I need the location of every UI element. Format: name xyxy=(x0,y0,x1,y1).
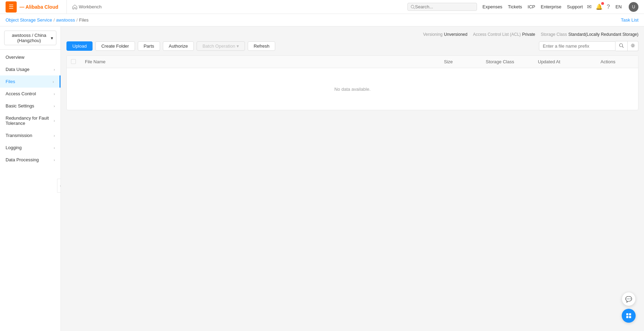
batch-operation-button[interactable]: Batch Operation ▾ xyxy=(197,41,245,51)
nav-icons: ✉ 🔔 ? EN U xyxy=(587,2,638,12)
svg-rect-8 xyxy=(629,316,631,318)
sidebar-item-files[interactable]: Files › xyxy=(0,75,61,88)
global-search-input[interactable] xyxy=(415,4,474,9)
chevron-right-icon: › xyxy=(54,92,55,96)
top-navigation: ☰ — Alibaba Cloud Workbench Expenses Tic… xyxy=(0,0,644,14)
sidebar-item-redundancy[interactable]: Redundancy for Fault Tolerance › xyxy=(0,112,61,129)
authorize-button[interactable]: Authorize xyxy=(163,41,194,51)
header-checkbox-cell xyxy=(67,59,81,64)
logo-text: — Alibaba Cloud xyxy=(19,4,58,10)
acl-label: Access Control List (ACL) xyxy=(473,32,520,37)
parts-button[interactable]: Parts xyxy=(138,41,160,51)
grid-menu-button[interactable] xyxy=(622,309,636,323)
storage-class-value: Standard(Locally Redundant Storage) xyxy=(569,32,638,37)
file-table: File Name Size Storage Class Updated At … xyxy=(66,55,638,110)
sidebar-collapse-button[interactable]: ‹ xyxy=(57,179,61,193)
breadcrumb: Object Storage Service / awstooss / File… xyxy=(6,17,89,23)
toolbar: Upload Create Folder Parts Authorize Bat… xyxy=(66,41,638,51)
acl-info: Access Control List (ACL) Private xyxy=(473,32,535,37)
sidebar-item-data-processing[interactable]: Data Processing › xyxy=(0,154,61,166)
svg-point-4 xyxy=(632,45,634,47)
svg-rect-6 xyxy=(629,313,631,315)
content-area: Versioning Unversioned Access Control Li… xyxy=(61,26,644,331)
header-actions: Actions xyxy=(596,59,638,64)
file-search-input[interactable] xyxy=(539,41,615,51)
versioning-value: Unversioned xyxy=(444,32,467,37)
header-storage-class: Storage Class xyxy=(482,59,534,64)
acl-value: Private xyxy=(522,32,535,37)
user-avatar[interactable]: U xyxy=(629,2,638,12)
sidebar-menu: Overview Data Usage › Files › Access Con… xyxy=(0,50,61,167)
breadcrumb-bar: Object Storage Service / awstooss / File… xyxy=(0,14,644,26)
refresh-button[interactable]: Refresh xyxy=(248,41,276,51)
mail-icon[interactable]: ✉ xyxy=(587,3,591,10)
bucket-info-bar: Versioning Unversioned Access Control Li… xyxy=(66,32,638,37)
hamburger-menu[interactable]: ☰ xyxy=(6,1,17,13)
header-updated-at: Updated At xyxy=(534,59,596,64)
create-folder-label: Create Folder xyxy=(101,43,129,49)
global-search[interactable] xyxy=(407,3,477,11)
sidebar-label-transmission: Transmission xyxy=(6,133,54,138)
svg-rect-7 xyxy=(626,316,628,318)
breadcrumb-sep-1: / xyxy=(54,17,55,23)
sidebar-item-logging[interactable]: Logging › xyxy=(0,142,61,154)
bucket-select-label: awstooss / China (Hangzhou) xyxy=(7,33,51,43)
upload-label: Upload xyxy=(72,43,87,49)
hamburger-icon: ☰ xyxy=(9,3,14,10)
bucket-select-button[interactable]: awstooss / China (Hangzhou) ▾ xyxy=(4,31,56,45)
sidebar-label-files: Files xyxy=(6,79,53,84)
sidebar: awstooss / China (Hangzhou) ▾ Overview D… xyxy=(0,26,61,331)
parts-label: Parts xyxy=(144,43,154,49)
sidebar-label-logging: Logging xyxy=(6,145,54,150)
chevron-right-icon: › xyxy=(54,119,55,123)
logo: — Alibaba Cloud xyxy=(19,4,58,10)
breadcrumb-bucket[interactable]: awstooss xyxy=(56,17,75,23)
floating-buttons: 💬 xyxy=(622,292,636,323)
breadcrumb-oss[interactable]: Object Storage Service xyxy=(6,17,52,23)
workbench-section[interactable]: Workbench xyxy=(66,0,102,14)
file-search-settings-button[interactable] xyxy=(628,41,638,51)
bell-icon[interactable]: 🔔 xyxy=(596,3,603,10)
home-icon xyxy=(72,5,77,9)
support-link[interactable]: Support xyxy=(567,4,583,9)
task-list-link[interactable]: Task List xyxy=(621,17,638,23)
breadcrumb-current: Files xyxy=(79,17,88,23)
search-icon xyxy=(619,43,624,48)
tickets-link[interactable]: Tickets xyxy=(508,4,522,9)
grid-icon xyxy=(626,313,632,319)
question-icon[interactable]: ? xyxy=(607,4,610,10)
settings-icon xyxy=(630,43,635,48)
chevron-right-icon: › xyxy=(54,134,55,138)
sidebar-item-data-usage[interactable]: Data Usage › xyxy=(0,63,61,75)
workbench-label: Workbench xyxy=(79,4,102,9)
sidebar-label-redundancy: Redundancy for Fault Tolerance xyxy=(6,115,54,126)
svg-line-1 xyxy=(414,8,415,9)
sidebar-item-transmission[interactable]: Transmission › xyxy=(0,129,61,142)
nav-links: Expenses Tickets ICP Enterprise Support xyxy=(483,4,583,9)
storage-class-info: Storage Class Standard(Locally Redundant… xyxy=(541,32,638,37)
authorize-label: Authorize xyxy=(169,43,188,49)
search-icon xyxy=(411,5,415,9)
sidebar-item-access-control[interactable]: Access Control › xyxy=(0,88,61,100)
upload-button[interactable]: Upload xyxy=(66,41,93,51)
versioning-info: Versioning Unversioned xyxy=(423,32,467,37)
expenses-link[interactable]: Expenses xyxy=(483,4,502,9)
bucket-selector: awstooss / China (Hangzhou) ▾ xyxy=(0,26,61,50)
select-all-checkbox[interactable] xyxy=(71,59,76,64)
sidebar-label-data-usage: Data Usage xyxy=(6,67,54,72)
chevron-right-icon: › xyxy=(54,146,55,150)
enterprise-link[interactable]: Enterprise xyxy=(541,4,561,9)
create-folder-button[interactable]: Create Folder xyxy=(95,41,135,51)
sidebar-label-data-processing: Data Processing xyxy=(6,157,54,162)
message-icon: 💬 xyxy=(625,296,632,302)
language-selector[interactable]: EN xyxy=(615,4,622,9)
chevron-right-icon: › xyxy=(53,80,54,84)
feedback-button[interactable]: 💬 xyxy=(622,292,636,306)
sidebar-item-basic-settings[interactable]: Basic Settings › xyxy=(0,100,61,112)
chevron-right-icon: › xyxy=(54,67,55,72)
icp-link[interactable]: ICP xyxy=(528,4,535,9)
file-search-button[interactable] xyxy=(615,41,628,51)
sidebar-item-overview[interactable]: Overview xyxy=(0,51,61,63)
sidebar-label-basic-settings: Basic Settings xyxy=(6,103,54,108)
table-header: File Name Size Storage Class Updated At … xyxy=(67,56,638,68)
